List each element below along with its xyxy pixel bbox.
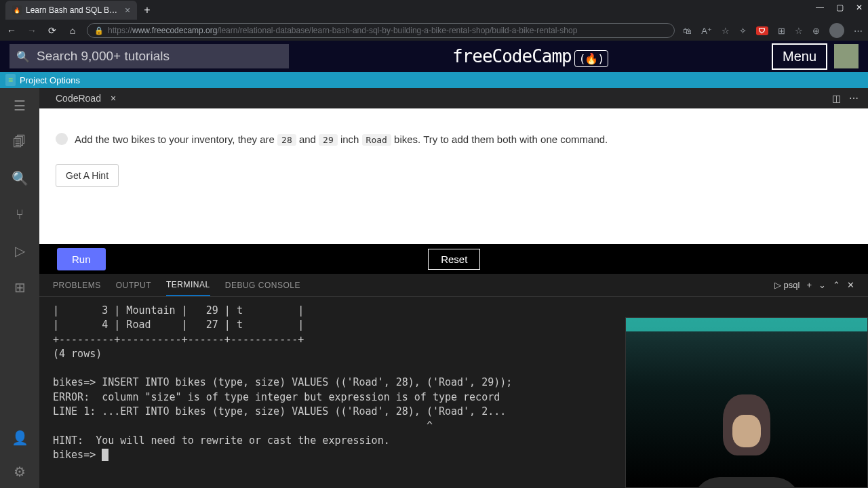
instruction-panel: Add the two bikes to your inventory, the… bbox=[39, 108, 868, 244]
fcc-header: 🔍 Search 9,000+ tutorials freeCodeCamp(🔥… bbox=[0, 41, 868, 72]
lock-icon: 🔒 bbox=[94, 26, 104, 35]
split-editor-icon[interactable]: ◫ bbox=[832, 93, 841, 104]
menu-icon[interactable]: ☰ bbox=[14, 98, 26, 114]
terminal-dropdown-icon[interactable]: ⌄ bbox=[818, 280, 826, 290]
url-bar[interactable]: 🔒 https://www.freecodecamp.org/learn/rel… bbox=[87, 23, 675, 38]
debug-icon[interactable]: ▷ bbox=[15, 243, 25, 259]
cursor-icon bbox=[102, 449, 108, 461]
terminal-close-icon[interactable]: ✕ bbox=[847, 280, 854, 290]
maximize-icon[interactable]: ▢ bbox=[836, 3, 844, 12]
check-circle-icon bbox=[56, 133, 68, 145]
read-aloud-icon[interactable]: A⁺ bbox=[701, 26, 712, 36]
search-icon: 🔍 bbox=[16, 50, 30, 63]
shopping-icon[interactable]: 🛍 bbox=[683, 26, 692, 36]
tab-terminal[interactable]: TERMINAL bbox=[166, 274, 210, 296]
terminal-shell-label[interactable]: ▷ psql bbox=[774, 280, 800, 290]
close-editor-tab-icon[interactable]: × bbox=[111, 93, 116, 104]
back-icon[interactable]: ← bbox=[5, 25, 18, 36]
new-tab-button[interactable]: + bbox=[144, 4, 150, 16]
minimize-icon[interactable]: — bbox=[816, 3, 824, 12]
account-icon[interactable]: 👤 bbox=[12, 430, 28, 446]
collections-icon[interactable]: ⊕ bbox=[812, 26, 820, 36]
window-controls: — ▢ ✕ bbox=[816, 3, 863, 12]
activity-bar: ☰ 🗐 🔍 ⑂ ▷ ⊞ 👤 ⚙ bbox=[0, 88, 39, 488]
tab-debug-console[interactable]: DEBUG CONSOLE bbox=[225, 275, 300, 296]
instruction-text: Add the two bikes to your inventory, the… bbox=[56, 133, 852, 145]
webcam-overlay bbox=[625, 317, 868, 488]
tab-bar: 🔥 Learn Bash and SQL By Building A × + —… bbox=[0, 0, 868, 20]
refresh-icon[interactable]: ⟳ bbox=[46, 25, 58, 36]
settings-gear-icon[interactable]: ⚙ bbox=[14, 464, 26, 480]
url-text: https://www.freecodecamp.org/learn/relat… bbox=[108, 26, 577, 35]
terminal-body[interactable]: | 3 | Mountain | 29 | t | | 4 | Road | 2… bbox=[39, 297, 868, 488]
search-placeholder: Search 9,000+ tutorials bbox=[37, 49, 170, 64]
code-chip-29: 29 bbox=[319, 134, 338, 146]
profile-avatar[interactable] bbox=[829, 23, 844, 38]
terminal-maximize-icon[interactable]: ⌃ bbox=[833, 280, 840, 290]
explorer-icon[interactable]: 🗐 bbox=[13, 134, 26, 150]
terminal-tabs: PROBLEMS OUTPUT TERMINAL DEBUG CONSOLE ▷… bbox=[39, 274, 868, 297]
terminal-shell-icon: ▷ bbox=[774, 280, 781, 290]
project-options-bar: ≡ Project Options bbox=[0, 72, 868, 88]
search-input[interactable]: 🔍 Search 9,000+ tutorials bbox=[9, 44, 289, 68]
search-activity-icon[interactable]: 🔍 bbox=[12, 170, 28, 186]
favicon-icon: 🔥 bbox=[12, 5, 22, 15]
code-chip-28: 28 bbox=[277, 134, 296, 146]
tab-problems[interactable]: PROBLEMS bbox=[53, 275, 101, 296]
tab-output[interactable]: OUTPUT bbox=[116, 275, 151, 296]
run-button[interactable]: Run bbox=[57, 248, 106, 270]
editor-tabs-row: CodeRoad × ◫ ⋯ bbox=[39, 88, 868, 108]
home-icon[interactable]: ⌂ bbox=[66, 25, 79, 36]
adblock-icon[interactable]: 🛡 bbox=[756, 26, 768, 35]
fcc-logo[interactable]: freeCodeCamp(🔥) bbox=[289, 46, 772, 67]
nav-right-icons: 🛍 A⁺ ☆ ✧ 🛡 ⊞ ☆ ⊕ ⋯ bbox=[683, 23, 863, 38]
favorites-icon[interactable]: ✧ bbox=[739, 26, 747, 36]
browser-chrome: 🔥 Learn Bash and SQL By Building A × + —… bbox=[0, 0, 868, 41]
more-icon[interactable]: ⋯ bbox=[854, 26, 863, 36]
menu-button[interactable]: Menu bbox=[772, 43, 827, 70]
new-terminal-icon[interactable]: + bbox=[806, 280, 812, 290]
hamburger-icon: ≡ bbox=[5, 74, 16, 86]
favorites-bar-icon[interactable]: ☆ bbox=[795, 26, 803, 36]
browser-tab[interactable]: 🔥 Learn Bash and SQL By Building A × bbox=[5, 1, 137, 20]
extensions-icon[interactable]: ⊞ bbox=[778, 26, 785, 36]
workspace: ☰ 🗐 🔍 ⑂ ▷ ⊞ 👤 ⚙ CodeRoad × ◫ ⋯ Add th bbox=[0, 88, 868, 488]
editor-more-icon[interactable]: ⋯ bbox=[849, 93, 859, 104]
nav-bar: ← → ⟳ ⌂ 🔒 https://www.freecodecamp.org/l… bbox=[0, 20, 868, 41]
project-options-button[interactable]: ≡ Project Options bbox=[0, 73, 85, 87]
forward-icon: → bbox=[26, 25, 38, 36]
action-bar: Run Reset bbox=[39, 244, 868, 274]
editor-area: CodeRoad × ◫ ⋯ Add the two bikes to your… bbox=[39, 88, 868, 488]
close-window-icon[interactable]: ✕ bbox=[856, 3, 863, 12]
flame-icon: (🔥) bbox=[574, 50, 608, 67]
source-control-icon[interactable]: ⑂ bbox=[16, 207, 24, 222]
get-hint-button[interactable]: Get A Hint bbox=[56, 164, 119, 187]
user-avatar[interactable] bbox=[834, 44, 859, 68]
editor-tab-coderoad[interactable]: CodeRoad × bbox=[49, 93, 123, 104]
reset-button[interactable]: Reset bbox=[428, 249, 480, 270]
tab-title: Learn Bash and SQL By Building A bbox=[26, 5, 121, 15]
code-chip-road: Road bbox=[362, 134, 391, 146]
close-tab-icon[interactable]: × bbox=[125, 5, 130, 16]
extensions-activity-icon[interactable]: ⊞ bbox=[14, 279, 26, 296]
star-icon[interactable]: ☆ bbox=[722, 26, 730, 36]
